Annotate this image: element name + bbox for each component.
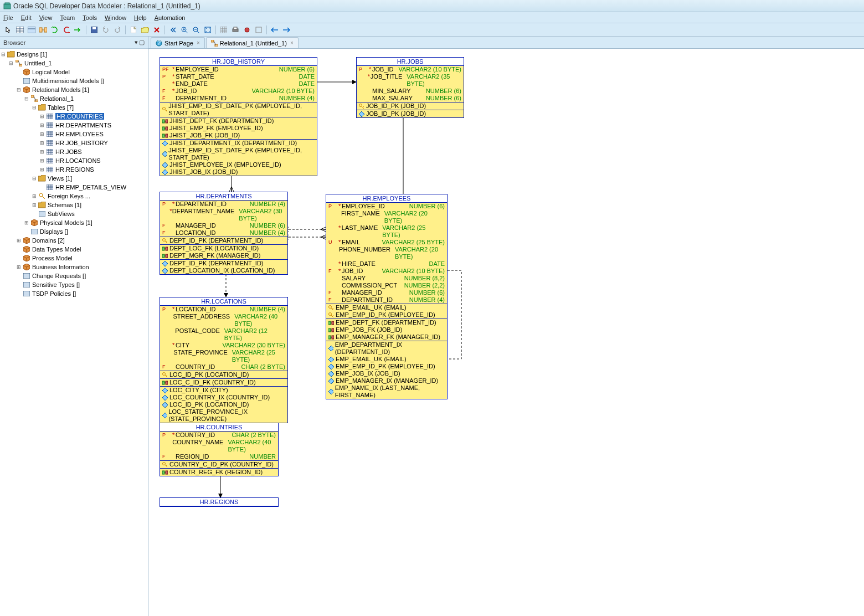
tree-table-departments[interactable]: ⊞HR.DEPARTMENTS bbox=[0, 121, 148, 130]
tree-table-locations[interactable]: ⊞HR.LOCATIONS bbox=[0, 156, 148, 165]
svg-rect-135 bbox=[332, 336, 334, 339]
table-tool[interactable] bbox=[15, 25, 25, 35]
svg-rect-107 bbox=[162, 134, 164, 137]
svg-rect-87 bbox=[211, 40, 214, 42]
svg-rect-22 bbox=[220, 27, 227, 33]
close-icon[interactable]: × bbox=[197, 40, 200, 46]
svg-rect-30 bbox=[256, 27, 261, 33]
sync2-tool[interactable] bbox=[61, 25, 71, 35]
close-icon[interactable]: × bbox=[290, 40, 294, 46]
pointer-tool[interactable] bbox=[3, 25, 13, 35]
open-tool[interactable] bbox=[140, 25, 150, 35]
entity-jobs[interactable]: HR.JOBSP*JOB_IDVARCHAR2 (10 BYTE)*JOB_TI… bbox=[356, 57, 464, 118]
tree-business[interactable]: ⊞Business Information bbox=[0, 263, 148, 271]
svg-line-19 bbox=[197, 31, 199, 33]
menu-window[interactable]: Window bbox=[105, 14, 126, 21]
svg-rect-116 bbox=[162, 247, 164, 250]
tree-physical[interactable]: ⊞Physical Models [1] bbox=[0, 218, 148, 227]
menu-team[interactable]: Team bbox=[60, 14, 75, 21]
tree-designs[interactable]: ⊟Designs [1] bbox=[0, 50, 148, 59]
print-tool[interactable] bbox=[230, 25, 240, 35]
menu-file[interactable]: File bbox=[3, 14, 13, 21]
undo-tool[interactable] bbox=[101, 25, 111, 35]
new-tool[interactable] bbox=[128, 25, 138, 35]
save-tool[interactable] bbox=[89, 25, 99, 35]
menu-tools[interactable]: Tools bbox=[83, 14, 97, 21]
browser-maximize-icon[interactable]: ▢ bbox=[139, 39, 145, 46]
tree-table-countries[interactable]: ⊞HR.COUNTRIES bbox=[0, 112, 148, 121]
svg-rect-68 bbox=[47, 167, 53, 172]
tree-table-employees[interactable]: ⊞HR.EMPLOYEES bbox=[0, 130, 148, 138]
tree-table-jobs[interactable]: ⊞HR.JOBS bbox=[0, 147, 148, 156]
fit-tool[interactable] bbox=[203, 25, 213, 35]
menu-view[interactable]: View bbox=[39, 14, 53, 21]
browser-minimize-icon[interactable]: ▾ bbox=[135, 39, 138, 46]
editor-tabs: ? Start Page × Relational_1 (Untitled_1)… bbox=[148, 37, 864, 49]
menu-edit[interactable]: Edit bbox=[21, 14, 32, 21]
tree-tsdp[interactable]: TSDP Policies [] bbox=[0, 289, 148, 298]
fwd-arrow[interactable] bbox=[281, 25, 291, 35]
menu-automation[interactable]: Automation bbox=[155, 14, 186, 21]
tree-subviews[interactable]: SubViews bbox=[0, 209, 148, 218]
delete-tool[interactable] bbox=[152, 25, 162, 35]
svg-rect-83 bbox=[23, 282, 30, 288]
entity-locations[interactable]: HR.LOCATIONSP*LOCATION_IDNUMBER (4)STREE… bbox=[160, 297, 288, 423]
tree-multi[interactable]: Multidimensional Models [] bbox=[0, 76, 148, 85]
entity-departments[interactable]: HR.DEPARTMENTSP*DEPARTMENT_IDNUMBER (4)*… bbox=[160, 192, 288, 275]
prev-tool[interactable] bbox=[168, 25, 178, 35]
tree-untitled[interactable]: ⊟Untitled_1 bbox=[0, 59, 148, 68]
tab-relational[interactable]: Relational_1 (Untitled_1) × bbox=[206, 37, 299, 48]
tree-rel1[interactable]: ⊟Relational_1 bbox=[0, 94, 148, 103]
tree-process[interactable]: Process Model bbox=[0, 254, 148, 263]
svg-point-125 bbox=[329, 312, 332, 315]
help-icon: ? bbox=[156, 40, 162, 47]
svg-rect-102 bbox=[166, 120, 168, 123]
svg-rect-53 bbox=[47, 140, 53, 146]
sync-tool[interactable] bbox=[50, 25, 60, 35]
tree-table-regions[interactable]: ⊞HR.REGIONS bbox=[0, 165, 148, 174]
tree-views[interactable]: ⊟Views [1] bbox=[0, 174, 148, 183]
svg-line-145 bbox=[166, 465, 167, 466]
tree-schemas[interactable]: ⊞Schemas [1] bbox=[0, 201, 148, 209]
tree-view-empdetails[interactable]: HR.EMP_DETAILS_VIEW bbox=[0, 183, 148, 192]
svg-rect-1 bbox=[5, 3, 9, 4]
tree-domains[interactable]: ⊞Domains [2] bbox=[0, 236, 148, 245]
entity-employees[interactable]: HR.EMPLOYEESP*EMPLOYEE_IDNUMBER (6)FIRST… bbox=[326, 194, 448, 399]
frame-tool[interactable] bbox=[254, 25, 264, 35]
tree-logical[interactable]: Logical Model bbox=[0, 68, 148, 76]
browser-panel: Browser ▾ ▢ ⊟Designs [1]⊟Untitled_1Logic… bbox=[0, 37, 148, 616]
entity-job-history[interactable]: HR.JOB_HISTORYPF*EMPLOYEE_IDNUMBER (6)P*… bbox=[160, 57, 317, 176]
back-arrow[interactable] bbox=[270, 25, 280, 35]
svg-line-100 bbox=[166, 110, 167, 111]
fk-tool[interactable] bbox=[38, 25, 48, 35]
tree-fks[interactable]: ⊞Foreign Keys ... bbox=[0, 192, 148, 201]
tab-start-page[interactable]: ? Start Page × bbox=[151, 37, 205, 48]
svg-rect-105 bbox=[166, 127, 168, 130]
svg-rect-35 bbox=[31, 95, 34, 97]
tree-datatypes[interactable]: Data Types Model bbox=[0, 245, 148, 254]
entity-regions[interactable]: HR.REGIONS bbox=[160, 497, 279, 507]
grid-tool[interactable] bbox=[219, 25, 229, 35]
zoomin-tool[interactable] bbox=[179, 25, 189, 35]
menu-help[interactable]: Help bbox=[134, 14, 147, 21]
bug-tool[interactable] bbox=[242, 25, 252, 35]
tree-table-jobhistory[interactable]: ⊞HR.JOB_HISTORY bbox=[0, 138, 148, 147]
diagram-canvas[interactable]: HR.JOB_HISTORYPF*EMPLOYEE_IDNUMBER (6)P*… bbox=[148, 49, 864, 616]
svg-point-143 bbox=[163, 462, 166, 465]
tree-sensitive[interactable]: Sensitive Types [] bbox=[0, 280, 148, 289]
engineer-tool[interactable] bbox=[73, 25, 83, 35]
zoomout-tool[interactable] bbox=[191, 25, 201, 35]
tree-tables[interactable]: ⊟Tables [7] bbox=[0, 103, 148, 112]
svg-point-113 bbox=[163, 238, 166, 241]
svg-rect-34 bbox=[23, 78, 30, 84]
view-tool[interactable] bbox=[27, 25, 37, 35]
svg-rect-48 bbox=[47, 131, 53, 137]
entity-countries[interactable]: HR.COUNTRIESP*COUNTRY_IDCHAR (2 BYTE)COU… bbox=[160, 423, 279, 476]
browser-tree[interactable]: ⊟Designs [1]⊟Untitled_1Logical ModelMult… bbox=[0, 49, 148, 616]
redo-tool[interactable] bbox=[112, 25, 122, 35]
tree-relmodels[interactable]: ⊟Relational Models [1] bbox=[0, 85, 148, 94]
svg-rect-129 bbox=[332, 321, 334, 325]
tree-displays[interactable]: Displays [] bbox=[0, 227, 148, 236]
svg-rect-141 bbox=[166, 381, 168, 384]
tree-change[interactable]: Change Requests [] bbox=[0, 271, 148, 280]
